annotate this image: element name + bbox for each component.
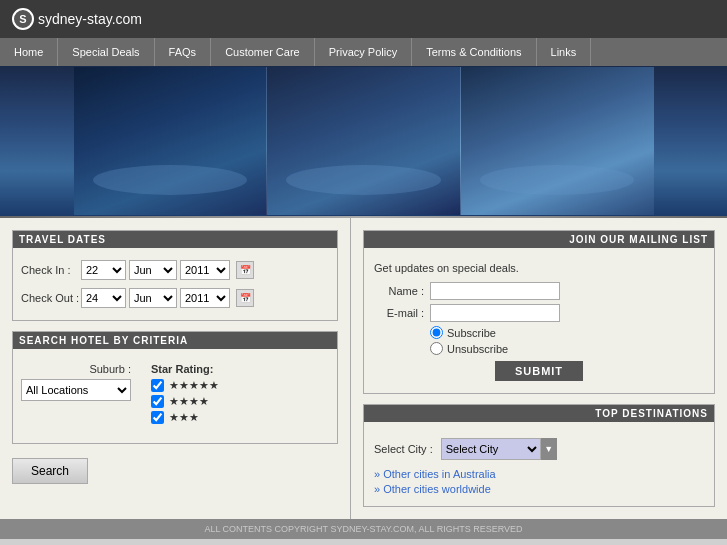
suburb-select[interactable]: All Locations [21, 379, 131, 401]
mailing-description: Get updates on special deals. [374, 262, 704, 274]
suburb-label: Suburb : [21, 363, 131, 375]
travel-dates-section: Travel Dates Check In : 22 Jun 2011 📅 Ch… [12, 230, 338, 321]
star-5-checkbox[interactable] [151, 379, 164, 392]
search-button[interactable]: Search [12, 458, 88, 484]
star-row-3: ★★★ [151, 411, 219, 424]
logo-icon: S [12, 8, 34, 30]
top-destinations-section: Top Destinations Select City : Select Ci… [363, 404, 715, 507]
star-4-checkbox[interactable] [151, 395, 164, 408]
other-cities-worldwide-link[interactable]: Other cities worldwide [374, 483, 704, 495]
nav-links[interactable]: Links [537, 38, 592, 66]
city-row: Select City : Select City ▼ [374, 438, 704, 460]
name-label: Name : [374, 285, 424, 297]
left-panel: Travel Dates Check In : 22 Jun 2011 📅 Ch… [0, 218, 350, 519]
footer-text: ALL CONTENTS COPYRIGHT SYDNEY-STAY.COM, … [204, 524, 522, 534]
nav-special-deals[interactable]: Special Deals [58, 38, 154, 66]
city-select-arrow[interactable]: ▼ [541, 438, 557, 460]
footer: ALL CONTENTS COPYRIGHT SYDNEY-STAY.COM, … [0, 519, 727, 539]
city-label: Select City : [374, 443, 433, 455]
checkin-month-select[interactable]: Jun [129, 260, 177, 280]
unsubscribe-label: Unsubscribe [447, 343, 508, 355]
right-panel: Join Our Mailing List Get updates on spe… [351, 218, 727, 519]
email-row: E-mail : [374, 304, 704, 322]
email-label: E-mail : [374, 307, 424, 319]
checkout-calendar-icon[interactable]: 📅 [236, 289, 254, 307]
nav-terms-conditions[interactable]: Terms & Conditions [412, 38, 536, 66]
site-title: sydney-stay.com [38, 11, 142, 27]
search-criteria-header: Search Hotel By Criteria [13, 332, 337, 349]
top-destinations-header: Top Destinations [364, 405, 714, 422]
mailing-list-header: Join Our Mailing List [364, 231, 714, 248]
city-select[interactable]: Select City [441, 438, 541, 460]
checkin-year-select[interactable]: 2011 [180, 260, 230, 280]
nav-faqs[interactable]: FAQs [155, 38, 212, 66]
checkin-day-select[interactable]: 22 [81, 260, 126, 280]
nav-home[interactable]: Home [0, 38, 58, 66]
subscribe-label: Subscribe [447, 327, 496, 339]
subscribe-radio[interactable] [430, 326, 443, 339]
hero-inner [74, 67, 654, 215]
search-criteria-section: Search Hotel By Criteria Suburb : All Lo… [12, 331, 338, 444]
checkin-calendar-icon[interactable]: 📅 [236, 261, 254, 279]
nav-privacy-policy[interactable]: Privacy Policy [315, 38, 412, 66]
suburb-col: Suburb : All Locations [21, 363, 131, 401]
name-row: Name : [374, 282, 704, 300]
dest-body: Select City : Select City ▼ Other cities… [364, 430, 714, 506]
checkin-label: Check In : [21, 264, 81, 276]
star-row-5: ★★★★★ [151, 379, 219, 392]
star-3-label: ★★★ [169, 411, 199, 424]
navbar: Home Special Deals FAQs Customer Care Pr… [0, 38, 727, 66]
subscribe-row: Subscribe [430, 326, 704, 339]
main-content: Travel Dates Check In : 22 Jun 2011 📅 Ch… [0, 218, 727, 519]
mailing-body: Get updates on special deals. Name : E-m… [364, 256, 714, 393]
email-input[interactable] [430, 304, 560, 322]
star-rating-label: Star Rating: [151, 363, 219, 375]
nav-customer-care[interactable]: Customer Care [211, 38, 315, 66]
submit-button[interactable]: Submit [495, 361, 583, 381]
star-3-checkbox[interactable] [151, 411, 164, 424]
checkout-row: Check Out : 24 Jun 2011 📅 [13, 284, 337, 312]
checkout-day-select[interactable]: 24 [81, 288, 126, 308]
unsubscribe-radio[interactable] [430, 342, 443, 355]
star-row-4: ★★★★ [151, 395, 219, 408]
unsubscribe-row: Unsubscribe [430, 342, 704, 355]
city-select-wrap: Select City ▼ [441, 438, 557, 460]
star-4-label: ★★★★ [169, 395, 209, 408]
checkin-row: Check In : 22 Jun 2011 📅 [13, 256, 337, 284]
hero-image [0, 66, 727, 216]
travel-dates-header: Travel Dates [13, 231, 337, 248]
checkout-month-select[interactable]: Jun [129, 288, 177, 308]
name-input[interactable] [430, 282, 560, 300]
star-col: Star Rating: ★★★★★ ★★★★ ★★★ [151, 363, 219, 427]
checkout-label: Check Out : [21, 292, 81, 304]
mailing-list-section: Join Our Mailing List Get updates on spe… [363, 230, 715, 394]
checkout-year-select[interactable]: 2011 [180, 288, 230, 308]
header: S sydney-stay.com [0, 0, 727, 38]
other-cities-australia-link[interactable]: Other cities in Australia [374, 468, 704, 480]
star-5-label: ★★★★★ [169, 379, 219, 392]
criteria-inner: Suburb : All Locations Star Rating: ★★★★… [13, 357, 337, 433]
